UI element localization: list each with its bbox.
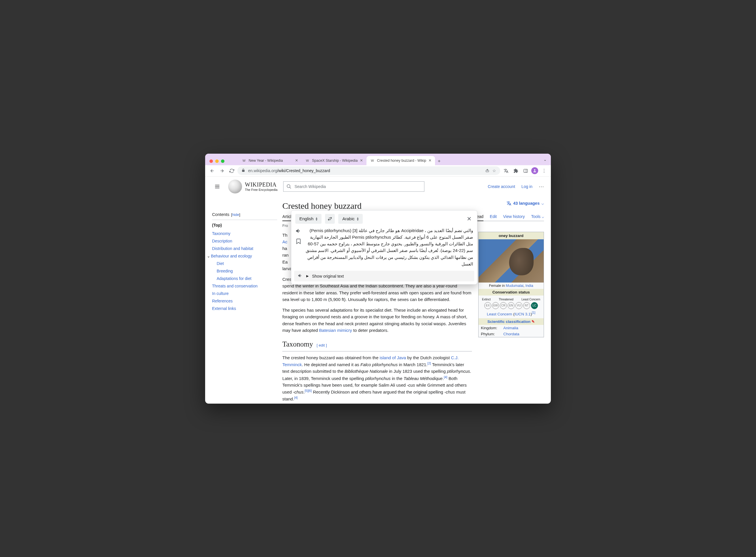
more-menu-icon[interactable]: ⋯ — [539, 183, 544, 190]
speak-icon[interactable] — [295, 228, 302, 234]
close-window[interactable] — [210, 159, 213, 163]
toc-item[interactable]: ⌄Behaviour and ecology — [212, 252, 277, 260]
edit-section[interactable]: edit — [319, 343, 325, 347]
toc-subitem[interactable]: Breeding — [212, 267, 277, 275]
iucn-grade: CR — [500, 302, 507, 309]
translate-icon[interactable] — [502, 167, 510, 175]
favicon: W — [242, 158, 246, 163]
tagline: The Free Encyclopedia — [245, 188, 278, 192]
classification-heading: Scientific classification✎ — [478, 318, 544, 325]
search-input[interactable]: Search Wikipedia — [283, 181, 424, 192]
maximize-window[interactable] — [221, 159, 224, 163]
infobox-image[interactable] — [478, 239, 544, 283]
svg-rect-1 — [524, 169, 528, 172]
toc-item[interactable]: Description — [212, 237, 277, 245]
wiki-logo[interactable]: WIKIPEDIA The Free Encyclopedia — [228, 180, 278, 194]
favicon: W — [305, 158, 310, 163]
window-controls — [210, 159, 227, 165]
speak-original-icon[interactable] — [297, 273, 303, 279]
classification-row: Phylum:Chordata — [478, 331, 544, 337]
page-title: Crested honey buzzard — [282, 201, 361, 211]
language-button[interactable]: 43 languages ⌵ — [506, 201, 544, 206]
browser-tab[interactable]: WCrested honey buzzard - Wikip✕ — [367, 156, 435, 165]
tab-tools[interactable]: Tools ⌵ — [531, 214, 544, 221]
wiki-header: WIKIPEDIA The Free Encyclopedia Search W… — [205, 177, 551, 196]
new-tab-button[interactable]: + — [435, 158, 443, 165]
minimize-window[interactable] — [215, 159, 219, 163]
classification-row: Kingdom:Animalia — [478, 325, 544, 331]
search-icon — [286, 184, 291, 189]
url-input[interactable]: en.wikipedia.org/wiki/Crested_honey_buzz… — [238, 166, 500, 175]
toc-item[interactable]: Distribution and habitat — [212, 245, 277, 252]
toc-heading: Contents — [212, 212, 229, 217]
sidepanel-icon[interactable] — [522, 167, 530, 175]
translate-popup: English▴▾ Arabic▴▾ ✕ والتي تضم أيضًا الع… — [291, 210, 477, 285]
infobox-caption: Female in Mudumalai, India — [478, 283, 544, 289]
infobox: oney buzzard Female in Mudumalai, India … — [478, 232, 544, 338]
toc-sidebar: Contents [hide] (Top) TaxonomyDescriptio… — [212, 196, 282, 404]
iucn-grade: EX — [484, 302, 491, 309]
svg-line-8 — [289, 187, 291, 188]
link-batesian[interactable]: Batesian mimicry — [319, 328, 352, 333]
browser-menu-icon[interactable]: ⋮ — [540, 167, 548, 175]
bookmark-star-icon[interactable]: ☆ — [493, 168, 496, 173]
browser-tab[interactable]: WSpaceX Starship - Wikipedia✕ — [302, 156, 367, 165]
iucn-grade: EW — [492, 302, 499, 309]
iucn-grade: VU — [515, 302, 522, 309]
tab-overflow-button[interactable]: ⌄ — [543, 157, 547, 162]
edit-pencil-icon[interactable]: ✎ — [532, 319, 535, 324]
iucn-grade: EN — [508, 302, 514, 309]
target-language-select[interactable]: Arabic▴▾ — [338, 214, 363, 224]
infobox-title: oney buzzard — [478, 232, 544, 239]
iucn-grade: LC — [531, 302, 538, 309]
toc-subitem[interactable]: Adaptations for diet — [212, 275, 277, 282]
tab-title: SpaceX Starship - Wikipedia — [312, 158, 357, 163]
toc-item[interactable]: Threats and conservation — [212, 282, 277, 290]
toc-item[interactable]: References — [212, 297, 277, 305]
reload-button[interactable] — [228, 167, 236, 175]
lock-icon — [242, 168, 245, 173]
swap-languages-button[interactable] — [325, 214, 335, 224]
toc-subitem[interactable]: Diet — [212, 260, 277, 267]
toc-hide[interactable]: [hide] — [231, 212, 240, 217]
tab-title: New Year - Wikipedia — [249, 158, 293, 163]
close-tab-icon[interactable]: ✕ — [295, 158, 298, 163]
extensions-icon[interactable] — [512, 167, 520, 175]
tab-title: Crested honey buzzard - Wikip — [377, 158, 426, 163]
heading-taxonomy: Taxonomy — [282, 340, 313, 348]
expand-triangle-icon: ▶ — [306, 274, 309, 278]
article-main: Crested honey buzzard 43 languages ⌵ Art… — [282, 196, 544, 404]
close-tab-icon[interactable]: ✕ — [360, 158, 363, 163]
url-text: en.wikipedia.org/wiki/Crested_honey_buzz… — [248, 168, 330, 173]
favicon: W — [370, 158, 375, 163]
main-menu-button[interactable] — [212, 181, 222, 192]
back-button[interactable] — [208, 167, 216, 175]
tab-strip: WNew Year - Wikipedia✕WSpaceX Starship -… — [205, 154, 551, 165]
iucn-grade: NT — [523, 302, 530, 309]
close-tab-icon[interactable]: ✕ — [429, 158, 432, 163]
login-link[interactable]: Log in — [522, 184, 532, 189]
toc-item[interactable]: In culture — [212, 290, 277, 297]
svg-point-7 — [287, 184, 290, 188]
globe-icon — [228, 180, 242, 194]
browser-tab[interactable]: WNew Year - Wikipedia✕ — [238, 156, 302, 165]
chevron-down-icon: ⌵ — [541, 201, 544, 206]
profile-avatar[interactable] — [531, 167, 538, 174]
toc-top[interactable]: (Top) — [212, 223, 277, 228]
show-original-toggle[interactable]: ▶ Show original text — [294, 271, 474, 282]
browser-window: WNew Year - Wikipedia✕WSpaceX Starship -… — [205, 154, 551, 404]
search-placeholder: Search Wikipedia — [294, 184, 326, 189]
toc-item[interactable]: External links — [212, 305, 277, 312]
toc-item[interactable]: Taxonomy — [212, 230, 277, 237]
share-icon[interactable] — [485, 168, 490, 173]
caret-down-icon[interactable]: ⌄ — [207, 254, 211, 258]
forward-button[interactable] — [218, 167, 226, 175]
save-translation-icon[interactable] — [295, 238, 302, 244]
create-account-link[interactable]: Create account — [488, 184, 515, 189]
tab-edit[interactable]: Edit — [490, 214, 497, 221]
wordmark: WIKIPEDIA — [245, 181, 278, 188]
close-translate-button[interactable]: ✕ — [465, 215, 473, 222]
tab-history[interactable]: View history — [503, 214, 525, 221]
source-language-select[interactable]: English▴▾ — [295, 214, 321, 224]
translate-icon — [506, 201, 511, 206]
